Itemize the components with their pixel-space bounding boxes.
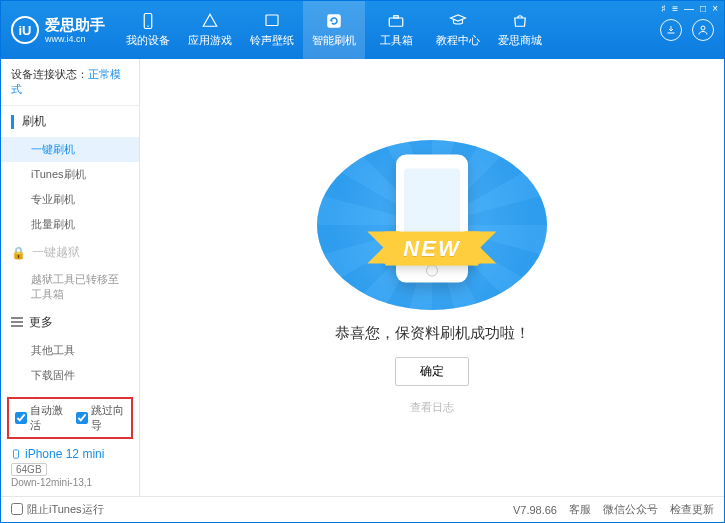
sidebar-item-download-firmware[interactable]: 下载固件: [1, 363, 139, 388]
success-message: 恭喜您，保资料刷机成功啦！: [335, 324, 530, 343]
flash-icon: [324, 12, 344, 30]
svg-rect-4: [389, 18, 403, 26]
close-icon[interactable]: ×: [712, 3, 718, 14]
feedback-icon[interactable]: ♯: [661, 3, 666, 14]
tutorial-icon: [448, 12, 468, 30]
nav-toolbox[interactable]: 工具箱: [365, 1, 427, 59]
sidebar-item-other-tools[interactable]: 其他工具: [1, 338, 139, 363]
content: NEW 恭喜您，保资料刷机成功啦！ 确定 查看日志: [140, 59, 724, 496]
app-window: ♯ ≡ — □ × iU 爱思助手 www.i4.cn 我的设备 应用游戏: [0, 0, 725, 523]
nav-apps-games[interactable]: 应用游戏: [179, 1, 241, 59]
main-panel: NEW 恭喜您，保资料刷机成功啦！ 确定 查看日志: [140, 59, 724, 496]
brand-title: 爱思助手: [45, 16, 105, 34]
group-title: 更多: [29, 314, 53, 331]
group-flash: 刷机 一键刷机 iTunes刷机 专业刷机 批量刷机: [1, 106, 139, 237]
sidebar-item-oneclick-flash[interactable]: 一键刷机: [1, 137, 139, 162]
svg-rect-2: [266, 15, 278, 26]
nav-label: 教程中心: [436, 33, 480, 48]
hamburger-icon: [11, 317, 23, 327]
nav-store[interactable]: 爱思商城: [489, 1, 551, 59]
nav-my-device[interactable]: 我的设备: [117, 1, 179, 59]
option-highlight-box: 自动激活 跳过向导: [7, 397, 133, 439]
svg-rect-3: [327, 14, 341, 28]
group-flash-header[interactable]: 刷机: [1, 106, 139, 137]
sidebar-item-pro-flash[interactable]: 专业刷机: [1, 187, 139, 212]
group-title: 一键越狱: [32, 244, 80, 261]
wallpaper-icon: [262, 12, 282, 30]
wechat-link[interactable]: 微信公众号: [603, 502, 658, 517]
group-more: 更多 其他工具 下载固件 高级功能: [1, 307, 139, 395]
sidebar-item-itunes-flash[interactable]: iTunes刷机: [1, 162, 139, 187]
nav-tutorials[interactable]: 教程中心: [427, 1, 489, 59]
sidebar: 设备连接状态：正常模式 刷机 一键刷机 iTunes刷机 专业刷机 批量刷机 🔒…: [1, 59, 140, 496]
nav-label: 应用游戏: [188, 33, 232, 48]
svg-point-1: [147, 26, 149, 28]
check-update-link[interactable]: 检查更新: [670, 502, 714, 517]
apps-icon: [200, 12, 220, 30]
device-name[interactable]: iPhone 12 mini: [11, 447, 129, 461]
device-capacity: 64GB: [11, 463, 47, 476]
maximize-icon[interactable]: □: [700, 3, 706, 14]
brand-url: www.i4.cn: [45, 34, 105, 45]
svg-point-6: [701, 26, 705, 30]
nav-ringtones[interactable]: 铃声壁纸: [241, 1, 303, 59]
checkbox-skip-guide[interactable]: 跳过向导: [76, 403, 125, 433]
nav-label: 工具箱: [380, 33, 413, 48]
toolbox-icon: [386, 12, 406, 30]
device-conn-status: 设备连接状态：正常模式: [1, 59, 139, 106]
group-jailbreak-header[interactable]: 🔒 一键越狱: [1, 237, 139, 268]
jailbreak-note: 越狱工具已转移至工具箱: [1, 268, 139, 307]
header: ♯ ≡ — □ × iU 爱思助手 www.i4.cn 我的设备 应用游戏: [1, 1, 724, 59]
nav-smart-flash[interactable]: 智能刷机: [303, 1, 365, 59]
brand: iU 爱思助手 www.i4.cn: [1, 1, 117, 59]
footer: 阻止iTunes运行 V7.98.66 客服 微信公众号 检查更新: [1, 496, 724, 522]
brand-logo-icon: iU: [11, 16, 39, 44]
view-log-link[interactable]: 查看日志: [410, 400, 454, 415]
group-jailbreak: 🔒 一键越狱 越狱工具已转移至工具箱: [1, 237, 139, 307]
phone-icon: [11, 447, 21, 461]
customer-service-link[interactable]: 客服: [569, 502, 591, 517]
store-icon: [510, 12, 530, 30]
success-illustration: NEW: [317, 140, 547, 310]
sidebar-item-advanced[interactable]: 高级功能: [1, 388, 139, 395]
device-icon: [138, 12, 158, 30]
menu-icon[interactable]: ≡: [672, 3, 678, 14]
minimize-icon[interactable]: —: [684, 3, 694, 14]
user-icon[interactable]: [692, 19, 714, 41]
ok-button[interactable]: 确定: [395, 357, 469, 386]
nav-label: 智能刷机: [312, 33, 356, 48]
checkbox-auto-activate[interactable]: 自动激活: [15, 403, 64, 433]
group-more-header[interactable]: 更多: [1, 307, 139, 338]
lock-icon: 🔒: [11, 246, 26, 260]
device-desc: Down-12mini-13,1: [11, 477, 129, 488]
svg-rect-7: [14, 450, 19, 458]
nav-label: 我的设备: [126, 33, 170, 48]
status-label: 设备连接状态：: [11, 68, 88, 80]
svg-rect-5: [394, 16, 399, 18]
body: 设备连接状态：正常模式 刷机 一键刷机 iTunes刷机 专业刷机 批量刷机 🔒…: [1, 59, 724, 496]
version-label: V7.98.66: [513, 504, 557, 516]
nav-label: 铃声壁纸: [250, 33, 294, 48]
nav-label: 爱思商城: [498, 33, 542, 48]
top-nav: 我的设备 应用游戏 铃声壁纸 智能刷机 工具箱 教程中心: [117, 1, 650, 59]
checkbox-block-itunes[interactable]: 阻止iTunes运行: [11, 502, 104, 517]
device-info: iPhone 12 mini 64GB Down-12mini-13,1: [1, 441, 139, 496]
sidebar-item-batch-flash[interactable]: 批量刷机: [1, 212, 139, 237]
download-icon[interactable]: [660, 19, 682, 41]
window-controls: ♯ ≡ — □ ×: [661, 3, 718, 14]
group-title: 刷机: [22, 113, 46, 130]
new-ribbon: NEW: [385, 232, 478, 266]
